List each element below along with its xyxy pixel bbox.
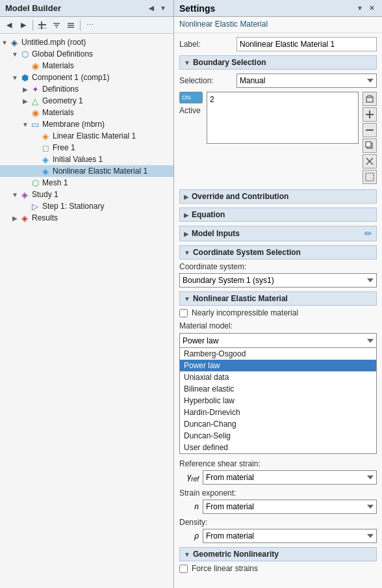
material-model-dropdown[interactable]: Power law xyxy=(179,333,377,347)
equation-section[interactable]: ▶ Equation xyxy=(179,207,377,222)
tree-item-initial-values[interactable]: ◈Initial Values 1 xyxy=(0,154,173,165)
tree-item-geometry1[interactable]: ▶△Geometry 1 xyxy=(0,95,173,107)
tree-arrow-placeholder xyxy=(21,108,30,117)
component-icon: ⬢ xyxy=(19,72,30,83)
tree-arrow[interactable]: ▼ xyxy=(10,73,19,82)
tree-label: Study 1 xyxy=(32,190,58,199)
nonlinear-section[interactable]: ▼ Nonlinear Elastic Material xyxy=(179,291,377,306)
tree-label: Materials xyxy=(42,108,74,117)
settings-panel: Settings ▼ ✕ Nonlinear Elastic Material … xyxy=(174,0,382,588)
collapse-icon[interactable]: ◀ xyxy=(146,3,157,14)
dropdown-item[interactable]: Hyperbolic law xyxy=(180,395,376,407)
copy-sel-btn[interactable] xyxy=(363,139,377,153)
strain-exp-label: Strain exponent: xyxy=(179,488,377,498)
collapse-all-button[interactable] xyxy=(50,19,63,32)
tree-arrow-placeholder xyxy=(21,202,30,211)
density-symbol: ρ xyxy=(179,531,199,541)
coord-system-label: Coordinate system: xyxy=(179,262,377,271)
more-options-button[interactable]: ⋯ xyxy=(83,19,96,32)
add-sel-btn[interactable] xyxy=(363,107,377,122)
settings-content: Label: ▼ Boundary Selection Selection: M… xyxy=(174,33,382,588)
model-inputs-edit-icon[interactable]: ✏ xyxy=(364,228,372,239)
remove-sel-btn[interactable] xyxy=(363,123,377,137)
settings-close-icon[interactable]: ✕ xyxy=(366,3,377,14)
dropdown-item[interactable]: Ramberg-Osgood xyxy=(180,348,376,360)
tree-item-study1[interactable]: ▼◈Study 1 xyxy=(0,189,173,200)
boundary-selection-content: Selection: Manual ON Active 2 xyxy=(179,74,377,184)
ref-shear-dropdown[interactable]: From material xyxy=(203,470,377,485)
expand-icon[interactable]: ▼ xyxy=(158,3,168,14)
tree-arrow[interactable]: ▶ xyxy=(10,213,19,222)
coord-section[interactable]: ▼ Coordinate System Selection xyxy=(179,245,377,260)
paste-btn[interactable] xyxy=(363,92,377,106)
back-button[interactable]: ◀ xyxy=(3,19,16,32)
geometric-section[interactable]: ▼ Geometric Nonlinearity xyxy=(179,547,377,561)
tree-item-component1[interactable]: ▼⬢Component 1 (comp1) xyxy=(0,72,173,83)
coord-content: Coordinate system: Boundary System 1 (sy… xyxy=(179,262,377,291)
dropdown-item[interactable]: User defined xyxy=(180,442,376,453)
forward-button[interactable]: ▶ xyxy=(17,19,30,32)
nearly-incompressible-checkbox[interactable] xyxy=(179,309,188,317)
density-dropdown[interactable]: From material xyxy=(203,529,377,543)
tree-item-step1[interactable]: ▷Step 1: Stationary xyxy=(0,200,173,212)
dropdown-item[interactable]: Power law xyxy=(180,360,376,371)
tree-arrow[interactable]: ▼ xyxy=(10,190,19,199)
tree-item-materials-global[interactable]: ◉Materials xyxy=(0,60,173,72)
tree-label: Definitions xyxy=(42,85,79,94)
tree-item-mesh1[interactable]: ⬡Mesh 1 xyxy=(0,177,173,189)
selection-dropdown[interactable]: Manual xyxy=(236,74,377,88)
mph-icon: ◈ xyxy=(9,37,19,47)
override-section[interactable]: ▶ Override and Contribution xyxy=(179,189,377,204)
tree-arrow-placeholder xyxy=(31,131,40,140)
dropdown-item[interactable]: Duncan-Selig xyxy=(180,430,376,442)
tree-item-results[interactable]: ▶◈Results xyxy=(0,212,173,224)
tree-item-linear-elastic[interactable]: ◈Linear Elastic Material 1 xyxy=(0,130,173,142)
tree-label: Membrane (mbrn) xyxy=(42,120,105,129)
override-title: Override and Contribution xyxy=(192,192,288,201)
tree-label: Results xyxy=(32,213,58,222)
select-all-btn[interactable] xyxy=(363,170,377,184)
coord-system-dropdown[interactable]: Boundary System 1 (sys1) xyxy=(179,273,377,287)
boundary-selection-area: ON Active 2 xyxy=(179,92,377,184)
model-inputs-arrow: ▶ xyxy=(184,230,189,237)
settings-collapse-icon[interactable]: ▼ xyxy=(355,3,365,14)
add-node-button[interactable] xyxy=(36,19,49,32)
dropdown-item[interactable]: Uniaxial data xyxy=(180,371,376,383)
label-input[interactable] xyxy=(236,37,377,51)
ref-shear-row: γref From material xyxy=(179,470,377,485)
nonlinear-arrow: ▼ xyxy=(184,295,190,302)
toolbar-separator-1 xyxy=(32,20,33,31)
svg-rect-7 xyxy=(366,129,374,131)
tree-arrow[interactable]: ▶ xyxy=(21,96,30,105)
model-inputs-section[interactable]: ▶ Model Inputs ✏ xyxy=(179,226,377,241)
tree-item-nonlinear-elastic[interactable]: ◈Nonlinear Elastic Material 1 xyxy=(0,165,173,177)
expand-all-button[interactable] xyxy=(64,19,77,32)
tree-item-definitions[interactable]: ▶✦Definitions xyxy=(0,83,173,95)
tree-item-untitled[interactable]: ▼◈Untitled.mph (root) xyxy=(0,36,173,48)
force-linear-strains-checkbox[interactable] xyxy=(179,565,188,573)
tree-arrow[interactable]: ▼ xyxy=(10,49,19,59)
selection-label: Selection: xyxy=(179,76,231,85)
tree-item-membrane[interactable]: ▼▭Membrane (mbrn) xyxy=(0,118,173,130)
boundary-selection-section[interactable]: ▼ Boundary Selection xyxy=(179,55,377,70)
equation-arrow: ▶ xyxy=(184,211,189,219)
tree-arrow[interactable]: ▼ xyxy=(21,120,30,129)
selection-row: Selection: Manual xyxy=(179,74,377,88)
tree-item-global-defs[interactable]: ▼⬡Global Definitions xyxy=(0,48,173,60)
dropdown-item[interactable]: Bilinear elastic xyxy=(180,383,376,395)
model-builder-panel: Model Builder ◀ ▼ ◀ ▶ ⋯ ▼◈Untitled.mph (… xyxy=(0,0,174,588)
tree-arrow[interactable]: ▼ xyxy=(0,38,9,47)
tree-arrow[interactable]: ▶ xyxy=(21,85,30,94)
geometric-content: Force linear strains xyxy=(179,564,377,573)
selection-box[interactable]: 2 xyxy=(207,92,359,144)
tree-item-free1[interactable]: ◻Free 1 xyxy=(0,142,173,154)
tree-label: Initial Values 1 xyxy=(53,155,103,164)
active-toggle[interactable]: ON xyxy=(179,92,203,103)
clear-sel-btn[interactable] xyxy=(363,154,377,168)
tree-item-materials[interactable]: ◉Materials xyxy=(0,107,173,118)
dropdown-item[interactable]: Hardin-Drnevich xyxy=(180,407,376,418)
strain-exp-dropdown[interactable]: From material xyxy=(203,500,377,514)
settings-title: Settings xyxy=(179,3,215,14)
dropdown-item[interactable]: Duncan-Chang xyxy=(180,418,376,430)
active-label: Active xyxy=(179,106,203,115)
